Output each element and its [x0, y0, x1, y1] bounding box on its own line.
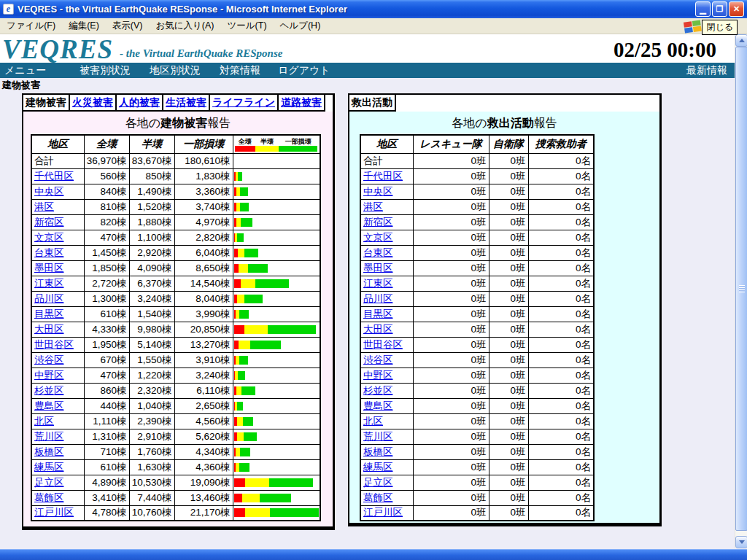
bar-segment: [237, 295, 244, 303]
district-link[interactable]: 千代田区: [363, 171, 403, 182]
district-link[interactable]: 文京区: [34, 232, 64, 243]
value-cell: 0班: [413, 475, 489, 490]
district-link[interactable]: 品川区: [34, 293, 64, 304]
building-damage-panel: 建物被害火災被害人的被害生活被害ライフライン道路被害 各地の建物被害報告 地区 …: [22, 93, 335, 530]
district-link[interactable]: 新宿区: [34, 217, 64, 228]
stacked-bar: [234, 478, 319, 487]
district-link[interactable]: 荒川区: [363, 431, 393, 442]
menu-item-0[interactable]: ファイル(F): [0, 18, 62, 34]
district-link[interactable]: 江戸川区: [34, 507, 74, 518]
district-link[interactable]: 港区: [363, 201, 383, 212]
district-link[interactable]: 中央区: [363, 186, 393, 197]
value-cell: 4,560棟: [174, 413, 233, 429]
district-link[interactable]: 品川区: [363, 293, 393, 304]
district-link[interactable]: 板橋区: [363, 446, 393, 457]
district-link[interactable]: 目黒区: [34, 308, 64, 319]
scroll-down-button[interactable]: [735, 536, 747, 548]
nav-item-latest-info[interactable]: 最新情報: [686, 64, 727, 77]
title-prefix: 各地の: [452, 117, 487, 129]
bar-segment: [239, 356, 248, 365]
district-link[interactable]: 中野区: [34, 370, 64, 381]
district-link[interactable]: 江東区: [363, 278, 393, 289]
site-header: VEQRES - the Virtual EarthQuake RESponse…: [0, 34, 735, 63]
menu-item-3[interactable]: お気に入り(A): [149, 18, 220, 34]
menu-item-4[interactable]: ツール(T): [221, 18, 274, 34]
value-cell: 0班: [489, 352, 528, 368]
close-button[interactable]: ✕: [729, 1, 744, 17]
minimize-button[interactable]: ▁: [695, 1, 711, 17]
value-cell: 0班: [489, 368, 528, 383]
district-link[interactable]: 台東区: [34, 247, 64, 258]
nav-item-2[interactable]: 地区別状況: [150, 64, 201, 77]
district-link[interactable]: 世田谷区: [34, 339, 74, 350]
district-link[interactable]: 文京区: [363, 232, 393, 243]
district-link[interactable]: 中央区: [34, 186, 64, 197]
district-link[interactable]: 練馬区: [34, 462, 64, 472]
tab-ライフライン[interactable]: ライフライン: [210, 95, 279, 112]
nav-item-3[interactable]: 対策情報: [220, 64, 260, 77]
value-cell: 0班: [489, 153, 528, 168]
district-link[interactable]: 足立区: [363, 477, 393, 488]
menu-item-2[interactable]: 表示(V): [106, 18, 150, 34]
nav-item-0[interactable]: メニュー: [4, 64, 46, 77]
value-cell: 8,650棟: [174, 260, 233, 276]
nav-item-1[interactable]: 被害別状況: [80, 64, 131, 77]
district-link[interactable]: 豊島区: [34, 400, 64, 411]
bar-cell: [233, 199, 320, 214]
district-link[interactable]: 板橋区: [34, 446, 64, 457]
tab-rescue[interactable]: 救出活動: [349, 95, 396, 112]
district-link[interactable]: 台東区: [363, 247, 393, 258]
stacked-bar: [234, 279, 319, 288]
value-cell: 0班: [489, 337, 528, 352]
district-link[interactable]: 江戸川区: [363, 507, 403, 518]
value-cell: 0班: [413, 352, 489, 368]
tab-建物被害[interactable]: 建物被害: [23, 95, 70, 112]
district-link[interactable]: 墨田区: [34, 262, 64, 273]
district-link[interactable]: 大田区: [363, 324, 393, 335]
district-link[interactable]: 渋谷区: [34, 354, 64, 365]
rescue-header-row: 地区 レスキュー隊 自衛隊 捜索救助者: [360, 135, 594, 153]
rescue-row: 足立区0班0班0名: [360, 475, 594, 490]
district-link[interactable]: 千代田区: [34, 171, 74, 182]
tab-人的被害[interactable]: 人的被害: [117, 95, 163, 112]
district-link[interactable]: 港区: [34, 201, 54, 212]
district-link[interactable]: 新宿区: [363, 217, 393, 228]
nav-item-4[interactable]: ログアウト: [278, 64, 330, 77]
district-link[interactable]: 足立区: [34, 477, 64, 488]
menu-item-5[interactable]: ヘルプ(H): [274, 18, 328, 34]
district-link[interactable]: 杉並区: [363, 385, 393, 396]
building-row: 文京区470棟1,100棟2,820棟: [31, 230, 320, 245]
tab-道路被害[interactable]: 道路被害: [279, 95, 325, 112]
tab-生活被害[interactable]: 生活被害: [163, 95, 210, 112]
district-link[interactable]: 墨田区: [363, 262, 393, 273]
value-cell: 670棟: [84, 352, 129, 368]
district-link[interactable]: 世田谷区: [363, 339, 403, 350]
district-link[interactable]: 北区: [34, 416, 54, 427]
district-link[interactable]: 荒川区: [34, 431, 64, 442]
restore-button[interactable]: ❐: [712, 1, 727, 17]
bar-segment: [243, 417, 253, 426]
value-cell: 83,670棟: [129, 153, 174, 168]
district-link[interactable]: 中野区: [363, 370, 393, 381]
district-link[interactable]: 大田区: [34, 324, 64, 335]
district-link[interactable]: 葛飾区: [363, 492, 393, 503]
building-row: 大田区4,330棟9,980棟20,850棟: [31, 322, 320, 337]
rescue-row: 大田区0班0班0名: [360, 322, 594, 337]
scroll-up-button[interactable]: [735, 34, 747, 47]
district-link[interactable]: 渋谷区: [363, 354, 393, 365]
district-link[interactable]: 目黒区: [363, 308, 393, 319]
district-link[interactable]: 杉並区: [34, 385, 64, 396]
district-link[interactable]: 葛飾区: [34, 492, 64, 503]
bar-cell: [233, 306, 320, 322]
vertical-scrollbar[interactable]: [735, 34, 747, 548]
district-link[interactable]: 江東区: [34, 278, 64, 289]
menu-item-1[interactable]: 編集(E): [62, 18, 106, 34]
district-link[interactable]: 練馬区: [363, 462, 393, 472]
tab-火災被害[interactable]: 火災被害: [70, 95, 117, 112]
bar-cell: [233, 444, 320, 459]
scrollbar-thumb[interactable]: [735, 47, 747, 531]
district-cell: 目黒区: [31, 306, 84, 322]
value-cell: 0班: [413, 184, 489, 199]
district-link[interactable]: 北区: [363, 416, 383, 427]
district-link[interactable]: 豊島区: [363, 400, 393, 411]
